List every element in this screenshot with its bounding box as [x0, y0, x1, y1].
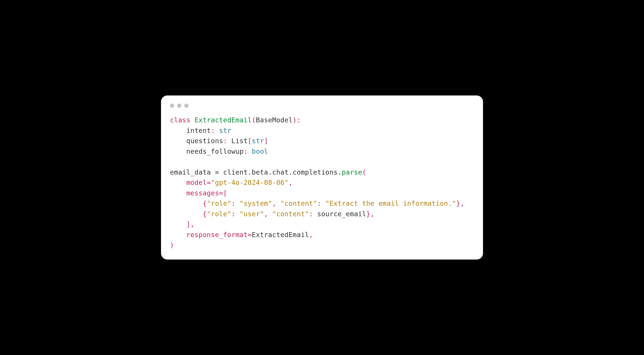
equals: =	[248, 231, 252, 239]
paren-open: (	[362, 168, 366, 176]
brace-open: {	[203, 210, 207, 218]
colon: :	[223, 137, 227, 145]
comma: ,	[264, 210, 268, 218]
dict-key-content: "content"	[272, 210, 309, 218]
paren-close: )	[170, 241, 174, 249]
colon: :	[231, 199, 235, 207]
indent	[170, 189, 186, 197]
equals: =	[219, 189, 223, 197]
type-str: str	[219, 127, 231, 135]
type-list: List	[231, 137, 248, 145]
indent	[170, 199, 203, 207]
equals: =	[207, 179, 211, 186]
equals: =	[211, 168, 223, 176]
indent	[170, 179, 186, 186]
colon: :	[317, 199, 321, 207]
param-messages: messages	[186, 189, 219, 197]
class-name: ExtractedEmail	[194, 116, 252, 124]
param-response-format: response_format	[186, 231, 248, 239]
base-class: BaseModel	[256, 116, 293, 124]
comma: ,	[460, 199, 464, 207]
dict-val-system-content: "Extract the email information."	[325, 199, 456, 207]
bracket-open: [	[248, 137, 252, 145]
var-source-email: source_email	[317, 210, 366, 218]
colon: :	[309, 210, 313, 218]
field-followup: needs_followup	[170, 147, 244, 155]
dict-val-system: "system"	[239, 199, 272, 207]
comma: ,	[309, 231, 313, 239]
comma: ,	[272, 199, 276, 207]
method-parse: parse	[342, 168, 362, 176]
colon: :	[244, 147, 248, 155]
comma: ,	[190, 220, 194, 228]
indent	[170, 210, 203, 218]
colon: :	[211, 127, 215, 135]
dict-key-role: "role"	[207, 210, 231, 218]
string-model: "gpt-4o-2024-08-06"	[211, 179, 289, 186]
keyword-class: class	[170, 116, 190, 124]
type-bool: bool	[252, 147, 268, 155]
var-email-data: email_data	[170, 168, 211, 176]
paren-open: (	[252, 116, 256, 124]
paren-close-colon: ):	[293, 116, 301, 124]
traffic-zoom-icon[interactable]	[184, 104, 188, 108]
client-chain: client.beta.chat.completions.	[223, 168, 342, 176]
traffic-minimize-icon[interactable]	[177, 104, 182, 108]
dict-key-role: "role"	[207, 199, 231, 207]
colon: :	[231, 210, 235, 218]
class-ref: ExtractedEmail	[252, 231, 309, 239]
comma: ,	[370, 210, 374, 218]
indent	[170, 220, 186, 228]
dict-key-content: "content"	[280, 199, 317, 207]
brace-close: }	[456, 199, 460, 207]
brace-close: }	[366, 210, 370, 218]
field-questions: questions	[170, 137, 223, 145]
code-block: class ExtractedEmail(BaseModel): intent:…	[170, 115, 474, 251]
window-titlebar	[170, 104, 474, 108]
type-str: str	[252, 137, 264, 145]
brace-open: {	[203, 199, 207, 207]
field-intent: intent	[170, 127, 211, 135]
bracket-open: [	[223, 189, 227, 197]
code-window: class ExtractedEmail(BaseModel): intent:…	[161, 96, 483, 259]
dict-val-user: "user"	[239, 210, 264, 218]
bracket-close: ]	[264, 137, 268, 145]
comma: ,	[289, 179, 293, 186]
param-model: model	[186, 179, 207, 186]
indent	[170, 231, 186, 239]
traffic-close-icon[interactable]	[170, 104, 174, 108]
bracket-close: ]	[186, 220, 190, 228]
